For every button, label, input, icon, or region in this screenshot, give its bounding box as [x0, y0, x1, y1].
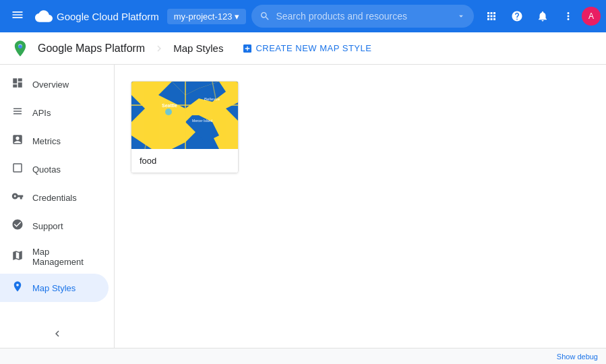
- sidebar-item-apis[interactable]: APIs: [0, 98, 109, 127]
- apis-icon: [11, 105, 24, 120]
- menu-icon[interactable]: [5, 3, 30, 30]
- add-icon: [242, 43, 253, 54]
- search-input[interactable]: [276, 11, 451, 22]
- show-debug-link[interactable]: Show debug: [557, 353, 598, 361]
- sidebar-item-map-management[interactable]: Map Management: [0, 240, 109, 274]
- help-icon-btn[interactable]: [505, 4, 529, 28]
- quotas-icon: [11, 162, 24, 177]
- sidebar-item-support[interactable]: Support: [0, 212, 109, 240]
- create-new-map-style-button[interactable]: CREATE NEW MAP STYLE: [242, 43, 371, 54]
- sidebar: Overview APIs Metrics Quotas Credentials: [0, 65, 115, 348]
- user-avatar[interactable]: A: [582, 7, 601, 26]
- app-title: Google Cloud Platform: [35, 7, 159, 25]
- svg-text:Mercer Island: Mercer Island: [192, 119, 213, 123]
- map-management-icon: [11, 249, 24, 264]
- sidebar-item-quotas[interactable]: Quotas: [0, 155, 109, 183]
- svg-text:Seattle: Seattle: [162, 103, 177, 108]
- credentials-icon: [11, 190, 24, 205]
- sidebar-item-label: Overview: [32, 80, 69, 90]
- map-style-card-food[interactable]: Seattle Bellevue Mercer Island food: [131, 81, 239, 173]
- sidebar-collapse-button[interactable]: [0, 320, 114, 348]
- map-thumbnail: Seattle Bellevue Mercer Island: [131, 82, 239, 149]
- top-nav-bar: Google Cloud Platform my-project-123 ▾ A: [0, 0, 606, 32]
- sidebar-item-label: Metrics: [32, 136, 61, 146]
- sidebar-item-credentials[interactable]: Credentials: [0, 183, 109, 212]
- svg-text:Bellevue: Bellevue: [204, 97, 220, 101]
- svg-point-11: [165, 109, 172, 115]
- debug-bar: Show debug: [0, 348, 606, 364]
- content-area: Seattle Bellevue Mercer Island food: [115, 65, 606, 348]
- project-selector[interactable]: my-project-123 ▾: [167, 9, 247, 24]
- map-styles-icon: [11, 280, 24, 295]
- sidebar-item-label: Quotas: [32, 164, 61, 175]
- sidebar-item-label: Support: [32, 221, 63, 231]
- search-icon: [260, 11, 270, 22]
- sub-header: Google Maps Platform Map Styles CREATE N…: [0, 32, 606, 65]
- metrics-icon: [11, 133, 24, 148]
- sidebar-item-metrics[interactable]: Metrics: [0, 127, 109, 155]
- page-title: Map Styles: [173, 42, 223, 54]
- sidebar-item-label: APIs: [32, 108, 51, 118]
- maps-logo: [11, 39, 30, 58]
- more-icon-btn[interactable]: [556, 4, 580, 28]
- divider-arrow: [153, 42, 165, 55]
- sidebar-item-map-styles[interactable]: Map Styles: [0, 274, 109, 302]
- main-layout: Overview APIs Metrics Quotas Credentials: [0, 65, 606, 348]
- sidebar-item-overview[interactable]: Overview: [0, 70, 109, 98]
- sidebar-item-label: Map Styles: [32, 283, 75, 293]
- grid-icon-btn[interactable]: [479, 4, 504, 28]
- sidebar-item-label: Map Management: [32, 247, 98, 267]
- sidebar-item-label: Credentials: [32, 193, 77, 203]
- overview-icon: [11, 77, 24, 92]
- notifications-icon-btn[interactable]: [531, 4, 555, 28]
- search-bar[interactable]: [251, 5, 474, 28]
- search-dropdown-icon[interactable]: [456, 11, 466, 21]
- support-icon: [11, 218, 24, 233]
- top-bar-actions: A: [479, 4, 601, 28]
- map-style-label: food: [131, 149, 238, 173]
- brand-title: Google Maps Platform: [38, 42, 145, 55]
